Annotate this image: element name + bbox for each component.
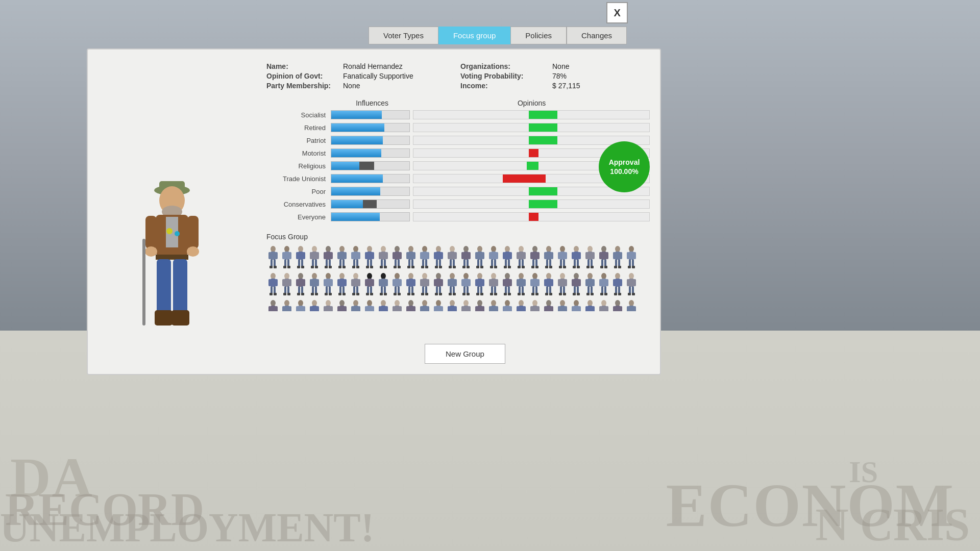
svg-rect-157 xyxy=(509,252,512,259)
svg-rect-525 xyxy=(399,306,402,311)
svg-point-482 xyxy=(326,300,331,306)
svg-rect-44 xyxy=(310,252,312,259)
influences-header: Influences xyxy=(333,99,411,107)
svg-point-66 xyxy=(353,246,358,252)
figure-icon xyxy=(459,245,473,271)
svg-rect-388 xyxy=(530,279,533,286)
focus-group-label: Focus Group xyxy=(266,233,650,241)
svg-rect-587 xyxy=(505,306,510,311)
svg-rect-235 xyxy=(271,279,276,287)
close-button[interactable]: X xyxy=(606,2,628,23)
figure-icon xyxy=(501,245,514,271)
bar-label-3: Motorist xyxy=(266,149,331,157)
svg-rect-149 xyxy=(496,252,498,259)
svg-rect-197 xyxy=(578,252,581,259)
svg-rect-621 xyxy=(565,306,567,311)
svg-rect-571 xyxy=(477,306,482,311)
svg-rect-124 xyxy=(448,252,450,259)
svg-rect-316 xyxy=(406,279,409,286)
figure-icon xyxy=(404,299,418,311)
svg-rect-500 xyxy=(351,306,354,311)
svg-rect-357 xyxy=(482,279,484,286)
svg-rect-221 xyxy=(620,252,622,259)
figure-icon xyxy=(583,245,597,271)
svg-rect-12 xyxy=(173,259,187,315)
tab-changes[interactable]: Changes xyxy=(567,27,627,44)
svg-rect-485 xyxy=(330,306,333,311)
svg-rect-492 xyxy=(337,306,340,311)
svg-rect-427 xyxy=(601,279,606,287)
svg-rect-329 xyxy=(425,293,428,295)
svg-rect-308 xyxy=(393,279,395,286)
svg-point-186 xyxy=(560,246,565,252)
svg-rect-19 xyxy=(271,252,276,260)
figure-icon xyxy=(597,272,610,298)
svg-rect-27 xyxy=(284,252,289,260)
influence-bar-0 xyxy=(331,110,410,119)
figure-icon xyxy=(363,272,376,298)
svg-point-130 xyxy=(463,246,469,252)
svg-rect-49 xyxy=(315,266,318,268)
svg-rect-412 xyxy=(572,279,574,286)
svg-rect-541 xyxy=(427,306,429,311)
svg-point-274 xyxy=(339,273,345,279)
svg-rect-459 xyxy=(284,306,289,311)
svg-rect-405 xyxy=(565,279,567,286)
bar-label-8: Everyone xyxy=(266,213,331,221)
bars-header: Influences Opinions xyxy=(333,99,650,107)
svg-rect-132 xyxy=(461,252,464,259)
svg-point-562 xyxy=(463,300,469,306)
svg-rect-99 xyxy=(408,252,413,260)
svg-rect-392 xyxy=(531,293,534,295)
svg-rect-28 xyxy=(282,252,285,259)
svg-rect-379 xyxy=(519,279,524,287)
character-portrait xyxy=(131,160,213,364)
influence-bar-5 xyxy=(331,174,410,183)
figure-icon xyxy=(322,299,335,311)
svg-point-434 xyxy=(615,273,620,279)
svg-rect-349 xyxy=(468,279,471,286)
svg-rect-152 xyxy=(490,266,493,268)
svg-rect-549 xyxy=(440,306,443,311)
tab-focus-group[interactable]: Focus group xyxy=(438,27,510,44)
svg-point-514 xyxy=(381,300,386,306)
svg-rect-84 xyxy=(379,252,381,259)
svg-rect-652 xyxy=(613,306,616,311)
svg-rect-227 xyxy=(629,252,634,260)
bar-label-6: Poor xyxy=(266,188,331,195)
influence-bar-7 xyxy=(331,199,410,209)
svg-rect-101 xyxy=(413,252,415,259)
svg-rect-20 xyxy=(268,252,271,259)
svg-rect-595 xyxy=(519,306,524,311)
svg-point-466 xyxy=(298,300,303,306)
svg-rect-205 xyxy=(592,252,595,259)
svg-rect-475 xyxy=(312,306,317,311)
svg-rect-304 xyxy=(380,293,383,295)
svg-rect-105 xyxy=(411,266,414,268)
svg-point-58 xyxy=(339,246,345,252)
svg-point-506 xyxy=(367,300,372,306)
svg-rect-232 xyxy=(628,266,631,268)
svg-rect-180 xyxy=(544,252,547,259)
tab-policies[interactable]: Policies xyxy=(510,27,567,44)
tab-voter-types[interactable]: Voter Types xyxy=(369,27,438,44)
svg-rect-195 xyxy=(574,252,579,260)
svg-rect-409 xyxy=(563,293,566,295)
svg-rect-284 xyxy=(351,279,354,286)
bar-row-poor: Poor xyxy=(266,186,650,197)
svg-rect-173 xyxy=(537,252,540,259)
svg-rect-228 xyxy=(627,252,629,259)
svg-rect-212 xyxy=(599,252,602,259)
svg-rect-396 xyxy=(544,279,547,286)
bar-rows: SocialistRetiredPatriotMotoristReligious… xyxy=(266,109,650,222)
svg-rect-556 xyxy=(448,306,450,311)
new-group-button[interactable]: New Group xyxy=(425,344,505,364)
svg-rect-365 xyxy=(496,279,498,286)
svg-rect-555 xyxy=(450,306,455,311)
svg-point-610 xyxy=(546,300,551,306)
svg-rect-283 xyxy=(353,279,358,287)
svg-rect-508 xyxy=(365,306,368,311)
news-word-3: UNEMPLOYMENT! xyxy=(0,505,374,551)
svg-point-642 xyxy=(601,300,606,306)
svg-rect-381 xyxy=(523,279,526,286)
